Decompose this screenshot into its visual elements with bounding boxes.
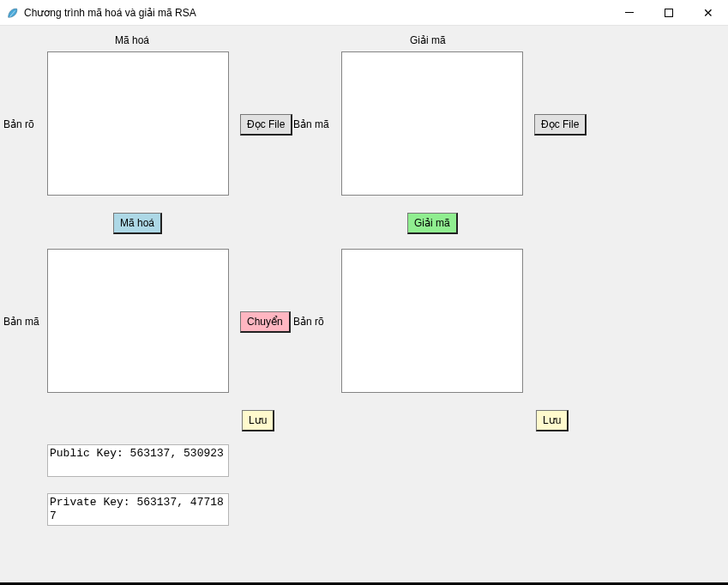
window-close-button[interactable]: ✕ <box>689 0 728 26</box>
decrypt-output-label: Bản rõ <box>293 316 324 328</box>
decrypt-input-label: Bản mã <box>293 118 329 130</box>
encrypt-output-textarea[interactable] <box>47 249 229 393</box>
encrypt-button[interactable]: Mã hoá <box>113 213 162 234</box>
encrypt-read-file-button[interactable]: Đọc File <box>240 114 292 136</box>
decrypt-read-file-button[interactable]: Đọc File <box>534 114 587 136</box>
client-area: Mã hoá Giải mã Bản rõ Đọc File Bản mã Đọ… <box>0 26 728 585</box>
decrypt-save-button[interactable]: Lưu <box>536 410 569 431</box>
title-bar: Chương trình mã hoá và giải mã RSA ✕ <box>0 0 728 26</box>
window-minimize-button[interactable] <box>610 0 649 26</box>
decrypt-input-textarea[interactable] <box>341 51 523 196</box>
public-key-display: Public Key: 563137, 530923 <box>47 444 229 477</box>
app-icon <box>7 7 19 19</box>
window-title: Chương trình mã hoá và giải mã RSA <box>24 7 196 19</box>
encrypt-output-label: Bản mã <box>3 316 39 328</box>
encrypt-input-label: Bản rõ <box>3 118 34 130</box>
transfer-button[interactable]: Chuyển <box>240 311 291 333</box>
decrypt-output-textarea[interactable] <box>341 249 523 393</box>
decrypt-button[interactable]: Giải mã <box>407 213 458 234</box>
encrypt-heading: Mã hoá <box>115 34 149 46</box>
decrypt-heading: Giải mã <box>410 34 446 46</box>
encrypt-save-button[interactable]: Lưu <box>242 410 274 431</box>
window-maximize-button[interactable] <box>649 0 689 26</box>
private-key-display: Private Key: 563137, 477187 <box>47 493 229 526</box>
encrypt-input-textarea[interactable] <box>47 51 229 196</box>
